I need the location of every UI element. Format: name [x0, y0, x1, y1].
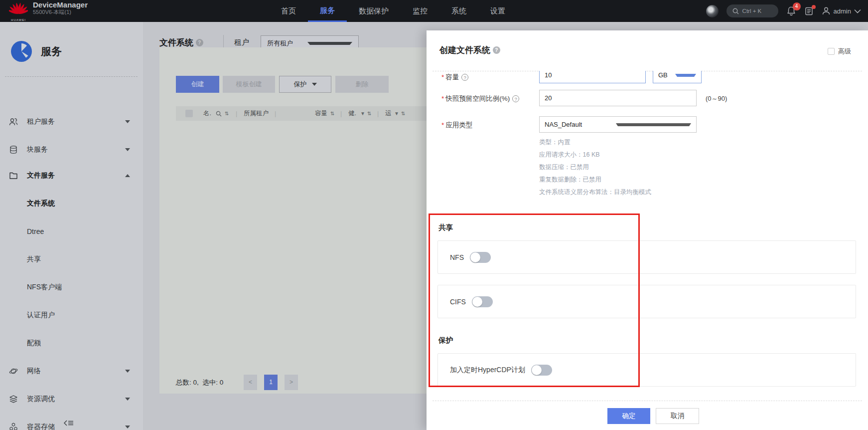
capacity-unit-select[interactable]: GB	[653, 71, 702, 83]
search-icon[interactable]	[216, 111, 222, 117]
create-button[interactable]: 创建	[176, 76, 219, 93]
services-pie-logo-icon	[10, 40, 33, 63]
chevron-down-icon	[307, 42, 353, 45]
chevron-down-icon	[854, 9, 861, 13]
sidebar-item-nfs-client[interactable]: NFS客户端	[0, 277, 143, 297]
dialog-title: 创建文件系统 ?	[439, 44, 500, 56]
snapshot-reserve-input[interactable]	[539, 90, 697, 106]
planet-icon	[9, 367, 18, 376]
folder-icon	[9, 171, 18, 180]
nfs-card: NFS	[437, 240, 856, 274]
sidebar-item-share[interactable]: 共享	[0, 249, 143, 269]
brand: HUAWEI DeviceManager 5500V6-本端(1)	[0, 0, 88, 21]
sidebar-item-dtree[interactable]: Dtree	[0, 221, 143, 241]
snapshot-label: *快照预留空间比例(%)?	[441, 94, 519, 103]
app-type-label: *应用类型	[441, 121, 472, 130]
advanced-checkbox[interactable]: 高级	[828, 47, 851, 56]
divider	[433, 401, 862, 401]
collapse-icon	[64, 420, 74, 427]
col-capacity[interactable]: 容量	[315, 109, 327, 118]
col-health[interactable]: 健.	[348, 109, 356, 118]
snapshot-range-hint: (0～90)	[706, 94, 727, 103]
filter-icon[interactable]: ▼	[360, 111, 365, 116]
sidebar-item-resource-tuning[interactable]: 资源调优	[0, 389, 143, 409]
alarm-badge: 4	[793, 2, 801, 10]
sort-icon[interactable]: ⇅	[225, 111, 229, 116]
capacity-input[interactable]	[539, 71, 646, 83]
alarm-bell-button[interactable]: 4	[786, 6, 796, 16]
user-icon	[822, 6, 831, 15]
protect-dropdown-button[interactable]: 保护	[279, 76, 331, 93]
main-nav: 首页 服务 数据保护 监控 系统 设置	[269, 0, 517, 22]
sort-icon[interactable]: ⇅	[367, 111, 371, 116]
app-type-info: 类型：内置	[539, 138, 571, 147]
sidebar: 服务 租户服务 块服务 文件服务	[0, 22, 143, 430]
chevron-down-icon	[616, 123, 691, 126]
col-tenant[interactable]: 所属租户	[244, 109, 269, 118]
sidebar-item-block-services[interactable]: 块服务	[0, 140, 143, 160]
pager-prev-button[interactable]: <	[244, 375, 257, 390]
nav-settings[interactable]: 设置	[478, 0, 517, 22]
col-running[interactable]: 运	[385, 109, 392, 118]
chevron-down-icon	[125, 426, 130, 429]
sidebar-item-file-services[interactable]: 文件服务	[0, 166, 143, 186]
pager-page-1[interactable]: 1	[264, 375, 278, 390]
select-all-checkbox[interactable]	[185, 110, 193, 117]
divider	[5, 76, 138, 77]
hypercdp-label: 加入定时HyperCDP计划	[450, 366, 525, 375]
nav-monitor[interactable]: 监控	[401, 0, 439, 22]
page-title: 文件系统 ?	[159, 37, 203, 48]
hexagons-icon	[9, 423, 18, 430]
chevron-down-icon	[125, 398, 130, 401]
app-type-info: 重复数据删除：已禁用	[539, 176, 601, 184]
hypercdp-card: 加入定时HyperCDP计划	[437, 353, 856, 387]
help-icon[interactable]: ?	[512, 95, 519, 102]
chevron-down-icon	[125, 370, 130, 373]
chevron-down-icon	[125, 120, 130, 123]
nav-system[interactable]: 系统	[439, 0, 478, 22]
ok-button[interactable]: 确定	[607, 408, 650, 424]
nav-services[interactable]: 服务	[308, 0, 347, 22]
file-system-panel: 创建 模板创建 保护 删除 名. ⇅ | 所属租户 | 容量 ⇅ | 健. ▼ …	[159, 47, 458, 394]
cifs-card: CIFS	[437, 285, 856, 318]
capacity-globe-icon[interactable]	[706, 5, 719, 17]
sidebar-item-network[interactable]: 网络	[0, 361, 143, 381]
help-icon[interactable]: ?	[493, 46, 500, 54]
sidebar-item-quota[interactable]: 配额	[0, 333, 143, 353]
huawei-wordmark: HUAWEI	[9, 18, 28, 21]
app-type-select[interactable]: NAS_Default	[539, 116, 697, 133]
search-icon	[732, 8, 739, 14]
filter-icon[interactable]: ▼	[394, 111, 399, 116]
cancel-button[interactable]: 取消	[656, 408, 699, 424]
tasks-badge-dot	[812, 5, 816, 9]
sidebar-collapse-button[interactable]	[64, 420, 74, 427]
table-header: 名. ⇅ | 所属租户 | 容量 ⇅ | 健. ▼ ⇅ | 运 ▼ ⇅	[176, 106, 458, 121]
sidebar-item-auth-users[interactable]: 认证用户	[0, 305, 143, 325]
users-icon	[9, 117, 18, 126]
help-icon[interactable]: ?	[196, 39, 203, 46]
capacity-label: *容量?	[441, 73, 468, 82]
sidebar-item-tenant-services[interactable]: 租户服务	[0, 112, 143, 132]
create-file-system-dialog: 创建文件系统 ? 高级 *容量? GB *快照预留空间比例(%)? (0～90)	[427, 30, 868, 430]
sidebar-item-file-system[interactable]: 文件系统	[0, 194, 143, 214]
cifs-toggle[interactable]	[472, 296, 493, 307]
nav-home[interactable]: 首页	[269, 0, 308, 22]
nav-data-protection[interactable]: 数据保护	[347, 0, 401, 22]
tasks-log-button[interactable]	[804, 6, 814, 16]
chevron-down-icon	[675, 74, 696, 77]
user-menu[interactable]: admin	[822, 6, 861, 15]
chevron-down-icon	[312, 83, 317, 86]
cifs-label: CIFS	[450, 298, 466, 306]
app-title: DeviceManager	[33, 0, 88, 9]
help-icon[interactable]: ?	[461, 74, 468, 81]
pager-next-button[interactable]: >	[285, 375, 298, 390]
sidebar-title: 服务	[41, 44, 62, 58]
checkbox-box	[828, 48, 835, 55]
global-search[interactable]: Ctrl + K	[726, 4, 778, 17]
hypercdp-toggle[interactable]	[531, 365, 552, 376]
sort-icon[interactable]: ⇅	[401, 111, 405, 116]
app-type-info: 数据压缩：已禁用	[539, 163, 589, 172]
col-name[interactable]: 名.	[203, 109, 211, 118]
nfs-toggle[interactable]	[470, 252, 491, 263]
sort-icon[interactable]: ⇅	[330, 111, 334, 116]
